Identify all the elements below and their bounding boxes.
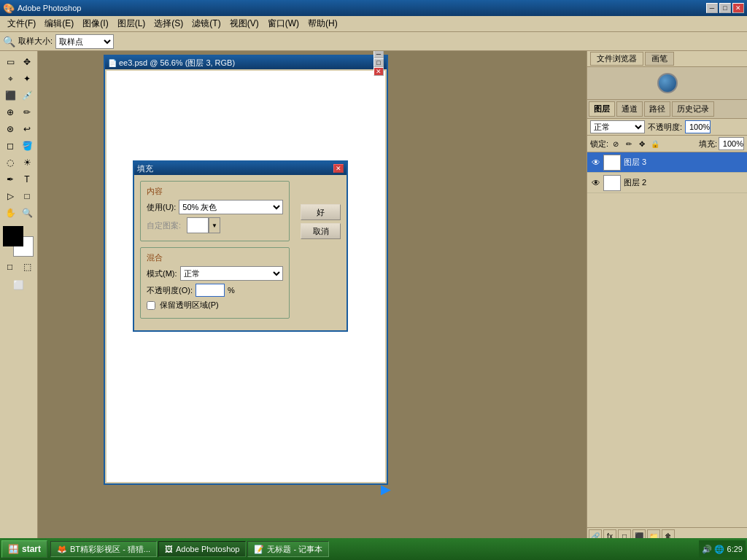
fill-opacity-row: 不透明度(O): 100 %: [147, 284, 283, 297]
screen-mode-button[interactable]: ⬜: [11, 277, 27, 293]
menu-filter[interactable]: 滤镜(T): [187, 16, 225, 31]
tool-row-4: ⊕ ✏: [2, 104, 35, 120]
document-icon: 📄: [108, 59, 117, 67]
magic-wand-tool[interactable]: ✦: [19, 71, 35, 87]
fill-custom-pattern-label: 自定图案:: [147, 220, 181, 231]
fill-opacity-input[interactable]: 100: [196, 284, 225, 297]
lasso-tool[interactable]: ⌖: [2, 71, 18, 87]
fill-opacity-unit: %: [228, 286, 235, 295]
selection-tool[interactable]: ▭: [2, 54, 18, 70]
layers-tab[interactable]: 图层: [589, 101, 615, 117]
layer-blend-mode-select[interactable]: 正常 溶解 变暗 正片叠底: [590, 120, 645, 133]
menu-window[interactable]: 窗口(W): [263, 16, 303, 31]
lock-transparent-button[interactable]: ⊘: [610, 138, 622, 149]
mask-mode-row: □ ⬚: [2, 259, 36, 275]
menu-edit[interactable]: 编辑(E): [40, 16, 78, 31]
navigator-icon[interactable]: [657, 73, 678, 93]
custom-pattern-picker[interactable]: ▼: [187, 217, 220, 233]
clone-tool[interactable]: ⊛: [2, 121, 18, 137]
taskbar-system-tray: 🔊 🌐 6:29: [699, 540, 746, 558]
shape-tool[interactable]: □: [19, 188, 35, 204]
hand-tool[interactable]: ✋: [2, 205, 18, 221]
move-tool[interactable]: ✥: [19, 54, 35, 70]
left-toolbar: ▭ ✥ ⌖ ✦ ⬛ 💉 ⊕ ✏ ⊛ ↩ ◻ 🪣 ◌ ☀ ✒ T: [0, 51, 38, 544]
layer-item-3[interactable]: 👁 图层 3: [587, 152, 747, 173]
menu-layer[interactable]: 图层(L): [113, 16, 150, 31]
document-title: ee3.psd @ 56.6% (图层 3, RGB): [119, 58, 374, 69]
close-button[interactable]: ✕: [732, 3, 744, 13]
lock-pixels-button[interactable]: ✏: [623, 138, 635, 149]
channels-tab[interactable]: 通道: [616, 101, 643, 117]
menu-help[interactable]: 帮助(H): [303, 16, 342, 31]
paths-tab[interactable]: 路径: [644, 101, 670, 117]
fill-cancel-button[interactable]: 取消: [301, 223, 341, 239]
fill-blend-section: 混合 模式(M): 正常 溶解 变暗 不透明度(O): 100 %: [140, 247, 290, 319]
zoom-tool[interactable]: 🔍: [19, 205, 35, 221]
file-browser-tab[interactable]: 文件浏览器: [590, 52, 643, 66]
history-brush-tool[interactable]: ↩: [19, 121, 35, 137]
foreground-color[interactable]: [3, 226, 23, 246]
custom-pattern-dropdown[interactable]: ▼: [209, 217, 220, 233]
start-button[interactable]: 🪟 start: [1, 540, 47, 558]
eyedropper-tool[interactable]: 💉: [19, 88, 35, 104]
lock-position-button[interactable]: ✥: [636, 138, 648, 149]
menu-image[interactable]: 图像(I): [78, 16, 112, 31]
blur-tool[interactable]: ◌: [2, 155, 18, 171]
file-browser-tab-bar: 文件浏览器 画笔: [587, 51, 747, 67]
doc-maximize-button[interactable]: □: [374, 58, 384, 67]
fill-content-title: 内容: [147, 186, 283, 197]
menu-view[interactable]: 视图(V): [225, 16, 263, 31]
eraser-tool[interactable]: ◻: [2, 138, 18, 154]
maximize-button[interactable]: □: [719, 3, 731, 13]
doc-minimize-button[interactable]: ─: [374, 51, 384, 58]
fill-preserve-label: 保留透明区域(P): [160, 300, 219, 311]
quick-mask-mode[interactable]: ⬚: [20, 259, 36, 275]
options-label: 取样大小:: [18, 36, 53, 47]
lock-all-button[interactable]: 🔒: [649, 138, 661, 149]
sample-size-select[interactable]: 取样点: [55, 34, 114, 49]
fill-dialog-close-button[interactable]: ✕: [333, 164, 344, 173]
fill-mode-row: 模式(M): 正常 溶解 变暗: [147, 266, 283, 281]
brush-tool[interactable]: ✏: [19, 104, 35, 120]
menu-file[interactable]: 文件(F): [3, 16, 40, 31]
layer-2-thumbnail: [603, 175, 621, 191]
tray-icons: 🔊 🌐: [702, 545, 724, 554]
taskbar-item-photoshop[interactable]: 🖼 Adobe Photoshop: [158, 541, 246, 557]
app-icon: 🎨: [3, 3, 15, 14]
opacity-input[interactable]: [685, 120, 711, 133]
window-controls: ─ □ ✕: [706, 3, 744, 13]
fill-use-select[interactable]: 50% 灰色 前景色 背景色 颜色... 图案 历史记录 黑色 白色: [179, 200, 283, 214]
minimize-button[interactable]: ─: [706, 3, 718, 13]
fill-dialog-title-bar: 填充 ✕: [134, 162, 347, 175]
taskbar-items: 🦊 BT精彩影视区 - 猎猎... 🖼 Adobe Photoshop 📝 无标…: [50, 541, 699, 557]
fill-ok-button[interactable]: 好: [301, 204, 341, 220]
fill-content-section: 内容 使用(U): 50% 灰色 前景色 背景色 颜色... 图案 历史记录 黑…: [140, 181, 290, 241]
standard-mode[interactable]: □: [2, 259, 18, 275]
fill-custom-pattern-row: 自定图案: ▼: [147, 217, 283, 233]
fill-input[interactable]: [719, 137, 744, 150]
path-selection-tool[interactable]: ▷: [2, 188, 18, 204]
layer-item-2[interactable]: 👁 图层 2: [587, 173, 747, 193]
fill-label: 填充:: [699, 139, 717, 149]
fill-mode-select[interactable]: 正常 溶解 变暗: [180, 266, 283, 281]
heal-tool[interactable]: ⊕: [2, 104, 18, 120]
fill-preserve-checkbox[interactable]: [147, 301, 155, 310]
title-bar: 🎨 Adobe Photoshop ─ □ ✕: [0, 0, 747, 16]
fill-tool[interactable]: 🪣: [19, 138, 35, 154]
fill-dialog-body: 好 取消 内容 使用(U): 50% 灰色 前景色 背景色 颜色... 图案: [134, 175, 347, 330]
text-tool[interactable]: T: [19, 171, 35, 187]
fill-dialog-buttons: 好 取消: [301, 204, 341, 239]
crop-tool[interactable]: ⬛: [2, 88, 18, 104]
menu-select[interactable]: 选择(S): [150, 16, 187, 31]
dodge-tool[interactable]: ☀: [19, 155, 35, 171]
history-tab[interactable]: 历史记录: [672, 101, 714, 117]
taskbar-item-browser[interactable]: 🦊 BT精彩影视区 - 猎猎...: [50, 541, 157, 557]
paintbrush-tab[interactable]: 画笔: [645, 52, 674, 66]
layer-3-visibility[interactable]: 👁: [590, 157, 602, 168]
layer-2-visibility[interactable]: 👁: [590, 177, 602, 189]
options-bar: 🔍 取样大小: 取样点: [0, 32, 747, 51]
app-title: Adobe Photoshop: [18, 4, 81, 12]
doc-close-button[interactable]: ✕: [374, 67, 384, 76]
taskbar-item-notepad[interactable]: 📝 无标题 - 记事本: [247, 541, 329, 557]
pen-tool[interactable]: ✒: [2, 171, 18, 187]
